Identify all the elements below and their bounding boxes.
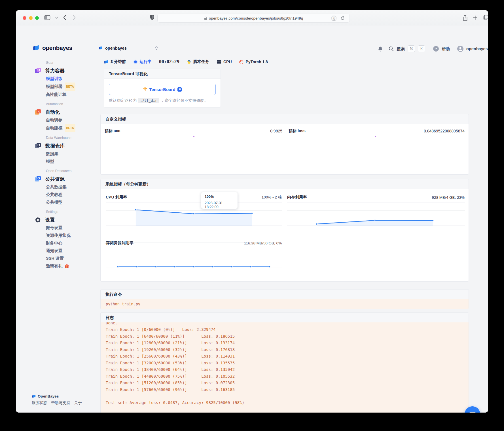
tab-overview-icon[interactable] bbox=[483, 15, 488, 20]
cmd-key: ⌘ bbox=[408, 45, 415, 52]
workspace-selector[interactable]: openbayes bbox=[98, 46, 158, 50]
job-status-cpu-icon: CPU bbox=[217, 60, 232, 64]
reload-icon[interactable] bbox=[340, 16, 345, 21]
back-icon[interactable] bbox=[63, 15, 66, 20]
sidebar-item-公共模型[interactable]: 公共模型 bbox=[46, 198, 100, 206]
pytorch-icon bbox=[239, 60, 244, 64]
app-root: openbayes openbayes 搜索 ⌘ bbox=[16, 26, 488, 413]
sidebar-item-模型训练[interactable]: 模型训练 bbox=[46, 75, 100, 83]
log-output[interactable]: Done. Train Epoch: 1 [0/60000 (0%)] Loss… bbox=[101, 322, 469, 413]
workspace-icon bbox=[98, 46, 103, 50]
translate-icon[interactable]: 文 bbox=[331, 16, 336, 21]
acc-data-point[interactable] bbox=[193, 136, 194, 137]
forward-icon[interactable] bbox=[73, 15, 76, 20]
section-title[interactable]: 数据仓库 bbox=[34, 141, 100, 150]
log-card: 日志 Done. Train Epoch: 1 [0/60000 (0%)] L… bbox=[100, 312, 469, 413]
section-label: Gear bbox=[46, 61, 100, 66]
cpu-utilization-chart[interactable] bbox=[106, 201, 282, 227]
sidebar-toggle-icon[interactable] bbox=[44, 15, 50, 20]
job-status-label: 3 分钟前 bbox=[111, 59, 126, 64]
resources-icon bbox=[34, 175, 42, 183]
address-bar[interactable]: openbayes.com/console/openbayes/jobs/s6g… bbox=[157, 14, 350, 23]
storage-utilization-chart[interactable] bbox=[106, 241, 282, 268]
zoom-button[interactable] bbox=[35, 16, 39, 20]
sidebar-item-公共教程[interactable]: 公共教程 bbox=[46, 191, 100, 198]
sidebar-item-label: 模型 bbox=[46, 158, 54, 165]
sidebar-item-账号设置[interactable]: 账号设置 bbox=[46, 224, 100, 232]
sidebar-item-模型部署[interactable]: 模型部署BETA bbox=[46, 83, 100, 91]
svg-text:文: 文 bbox=[333, 17, 335, 20]
job-status-python-icon: 脚本任务 bbox=[187, 59, 209, 64]
sidebar-item-高性能计算[interactable]: 高性能计算 bbox=[46, 91, 100, 98]
job-status-runtime: 00:02:29 bbox=[159, 59, 179, 64]
sidebar-item-资源使用状况[interactable]: 资源使用状况 bbox=[46, 232, 100, 239]
sidebar-item-label: 自动建模 bbox=[46, 124, 62, 132]
job-status-label: 00:02:29 bbox=[159, 59, 179, 64]
sidebar-item-label: 高性能计算 bbox=[46, 91, 67, 98]
footer-link-帮助与支持[interactable]: 帮助与支持 bbox=[51, 400, 70, 405]
browser-window: openbayes.com/console/openbayes/jobs/s6g… bbox=[16, 10, 488, 413]
logo-text: openbayes bbox=[42, 45, 72, 51]
sidebar-item-模型[interactable]: 模型 bbox=[46, 158, 100, 165]
sidebar-item-label: 财务中心 bbox=[46, 239, 62, 247]
new-tab-icon[interactable] bbox=[473, 15, 478, 20]
section-title-label: 公共资源 bbox=[45, 176, 65, 182]
system-metrics-title: 系统指标（每分钟更新） bbox=[101, 179, 469, 189]
tensorboard-button[interactable]: TensorBoard bbox=[109, 84, 216, 95]
sidebar-item-财务中心[interactable]: 财务中心 bbox=[46, 239, 100, 247]
bell-icon[interactable] bbox=[378, 46, 383, 52]
minimize-button[interactable] bbox=[29, 16, 33, 20]
sidebar: Gear算力容器模型训练模型部署BETA高性能计算AutomationA自动化自… bbox=[33, 61, 100, 274]
sidebar-item-自动建模[interactable]: 自动建模BETA bbox=[46, 124, 100, 132]
sidebar-item-SSH 设置[interactable]: SSH 设置 bbox=[46, 255, 100, 262]
openbayes-logo-icon bbox=[32, 44, 40, 52]
search-icon[interactable] bbox=[389, 46, 394, 51]
section-title-label: 设置 bbox=[45, 217, 55, 223]
section-title[interactable]: 设置 bbox=[34, 216, 100, 224]
close-button[interactable] bbox=[23, 16, 26, 20]
help-icon[interactable]: ? bbox=[433, 46, 439, 52]
section-label: Automation bbox=[46, 102, 100, 107]
section-title-label: 数据仓库 bbox=[45, 143, 65, 149]
command-code: python train.py bbox=[101, 299, 469, 309]
job-status-label: CPU bbox=[223, 60, 232, 64]
tensorboard-button-label: TensorBoard bbox=[149, 87, 175, 92]
section-title[interactable]: 算力容器 bbox=[34, 66, 100, 75]
share-icon[interactable] bbox=[463, 15, 468, 21]
sidebar-section-data-warehouse: Data Warehouse数据仓库数据集模型 bbox=[33, 136, 100, 165]
job-status-jobs-icon: 3 分钟前 bbox=[104, 59, 126, 64]
footer-logo-icon bbox=[32, 394, 36, 398]
section-title[interactable]: A自动化 bbox=[34, 108, 100, 116]
sidebar-item-label: SSH 设置 bbox=[46, 255, 64, 262]
sidebar-item-邀请有礼[interactable]: 邀请有礼 bbox=[46, 262, 100, 270]
sidebar-item-自动调参[interactable]: 自动调参 bbox=[46, 116, 100, 124]
chevron-down-icon[interactable] bbox=[55, 16, 58, 19]
sidebar-item-label: 通知设置 bbox=[46, 247, 62, 255]
avatar[interactable] bbox=[457, 46, 463, 52]
chat-bubble-icon bbox=[469, 411, 476, 413]
job-status-running-dot-icon: 运行中 bbox=[133, 59, 152, 64]
sidebar-section-open-resources: Open Resources公共资源公共数据集公共教程公共模型 bbox=[33, 169, 100, 206]
sidebar-item-数据集[interactable]: 数据集 bbox=[46, 150, 100, 158]
section-title[interactable]: 公共资源 bbox=[34, 175, 100, 183]
help-label[interactable]: 帮助 bbox=[442, 46, 450, 52]
tensorflow-icon bbox=[143, 87, 147, 92]
selector-arrows-icon bbox=[155, 46, 158, 50]
svg-text:A: A bbox=[38, 110, 40, 113]
custom-metrics-card: 自定义指标 指标 acc 0.9825 指标 loss 0.0486952200… bbox=[100, 114, 469, 175]
sidebar-item-公共数据集[interactable]: 公共数据集 bbox=[46, 183, 100, 191]
sidebar-item-label: 自动调参 bbox=[46, 116, 62, 124]
user-name[interactable]: openbayes bbox=[466, 47, 488, 51]
footer-link-服务状态[interactable]: 服务状态 bbox=[32, 400, 47, 405]
sidebar-item-通知设置[interactable]: 通知设置 bbox=[46, 247, 100, 255]
job-status-label: 运行中 bbox=[140, 59, 152, 64]
search-label[interactable]: 搜索 bbox=[397, 46, 405, 52]
loss-data-point[interactable] bbox=[375, 136, 376, 137]
sidebar-item-label: 模型训练 bbox=[46, 75, 62, 83]
footer-link-关于[interactable]: 关于 bbox=[74, 400, 82, 405]
tensorboard-note: 默认绑定路径为 ./tf_dir ，这个路径暂不支持修改。 bbox=[109, 98, 208, 103]
memory-utilization-chart[interactable] bbox=[287, 201, 465, 227]
openbayes-logo[interactable]: openbayes bbox=[32, 44, 72, 52]
privacy-shield-icon[interactable] bbox=[150, 14, 155, 21]
warehouse-icon bbox=[34, 142, 42, 149]
